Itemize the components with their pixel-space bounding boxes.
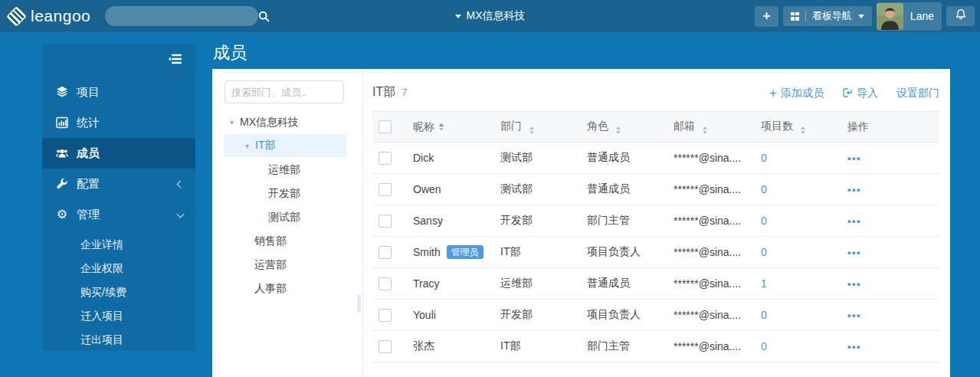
submenu-item-migrate-in[interactable]: 迁入项目 xyxy=(42,304,195,328)
sidebar-item-projects[interactable]: 项目 xyxy=(42,77,195,107)
notifications-button[interactable] xyxy=(946,6,975,26)
logo[interactable]: leangoo xyxy=(9,0,90,32)
member-project-count[interactable]: 1 xyxy=(754,277,841,290)
column-header-projects[interactable]: 项目数 xyxy=(754,120,841,134)
wrench-icon xyxy=(55,178,69,190)
submenu-item-company-details[interactable]: 企业详情 xyxy=(42,233,195,257)
caret-down-icon[interactable]: ▾ xyxy=(230,118,234,126)
sidebar-collapse-button[interactable] xyxy=(168,54,183,64)
grid-icon xyxy=(791,12,799,21)
row-checkbox[interactable] xyxy=(379,277,392,290)
caret-down-icon[interactable]: ▾ xyxy=(245,142,249,150)
member-project-count[interactable]: 0 xyxy=(754,246,841,258)
tree-node-label: 运维部 xyxy=(268,163,300,177)
tree-node-company[interactable]: ▾ MX信息科技 xyxy=(212,110,362,134)
submenu-item-purchase-renew[interactable]: 购买/续费 xyxy=(42,280,195,304)
sort-icon[interactable] xyxy=(703,126,707,134)
tree-search-input[interactable] xyxy=(225,80,344,103)
sidebar-item-label: 统计 xyxy=(77,116,100,130)
submenu-item-company-permissions[interactable]: 企业权限 xyxy=(42,257,195,280)
sort-icon[interactable] xyxy=(439,123,444,131)
group-name: IT部 xyxy=(372,84,395,100)
table-toolbar: IT部 7 + 添加成员 导入 xyxy=(372,69,939,111)
topbar: leangoo MX信息科技 + 看板导航 xyxy=(0,0,980,32)
row-actions-button[interactable]: ••• xyxy=(847,278,861,290)
member-project-count[interactable]: 0 xyxy=(754,309,841,321)
member-department: 开发部 xyxy=(493,308,580,322)
row-actions-button[interactable]: ••• xyxy=(847,215,861,227)
global-search-input[interactable] xyxy=(105,11,258,22)
caret-down-icon xyxy=(455,15,461,18)
row-actions-button[interactable]: ••• xyxy=(847,247,861,258)
member-name: Sansy xyxy=(413,215,443,227)
member-department: IT部 xyxy=(493,339,580,353)
board-nav-dropdown[interactable]: 看板导航 xyxy=(783,6,872,26)
layers-icon xyxy=(55,86,69,98)
sort-icon[interactable] xyxy=(529,126,534,134)
global-search[interactable] xyxy=(105,6,258,26)
tree-node-dev-dept[interactable]: 开发部 xyxy=(212,182,362,205)
tree-node-operation-dept[interactable]: 运营部 xyxy=(212,253,362,277)
member-role: 普通成员 xyxy=(580,277,667,290)
member-project-count[interactable]: 0 xyxy=(754,183,841,195)
topbar-right: + 看板导航 Lane xyxy=(755,0,975,32)
submenu-label: 迁入项目 xyxy=(80,310,123,323)
tree-scrollbar[interactable] xyxy=(357,294,361,313)
department-tree: ▾ MX信息科技 ▾ IT部 运维部 开发部 测试部 销售部 运营部 人事部 xyxy=(212,69,363,377)
sidebar-item-management[interactable]: ⚙ 管理 xyxy=(42,199,195,230)
user-menu[interactable]: Lane xyxy=(877,2,942,31)
row-checkbox[interactable] xyxy=(379,152,392,165)
column-label: 昵称 xyxy=(413,120,434,134)
column-header-department[interactable]: 部门 xyxy=(493,120,580,134)
table-row: Smith管理员 IT部 项目负责人 ******@sina.... 0 ••• xyxy=(372,237,939,268)
sort-icon[interactable] xyxy=(616,126,621,134)
member-role: 项目负责人 xyxy=(580,308,667,322)
submenu-label: 企业权限 xyxy=(80,262,123,276)
member-department: IT部 xyxy=(493,245,580,259)
member-project-count[interactable]: 0 xyxy=(754,152,841,164)
sidebar-item-configuration[interactable]: 配置 xyxy=(42,169,195,199)
import-button[interactable]: 导入 xyxy=(842,87,878,100)
members-table-area: IT部 7 + 添加成员 导入 xyxy=(363,69,950,377)
avatar xyxy=(877,3,903,30)
sidebar-item-label: 配置 xyxy=(77,177,100,192)
sidebar-item-statistics[interactable]: 统计 xyxy=(42,107,195,138)
search-icon[interactable] xyxy=(258,11,270,22)
sort-icon[interactable] xyxy=(801,126,805,134)
row-actions-button[interactable]: ••• xyxy=(847,184,861,195)
row-checkbox[interactable] xyxy=(379,183,392,196)
row-actions-button[interactable]: ••• xyxy=(847,152,861,164)
member-role: 项目负责人 xyxy=(580,245,667,259)
row-checkbox[interactable] xyxy=(379,215,392,228)
add-member-button[interactable]: + 添加成员 xyxy=(769,87,824,100)
member-email: ******@sina.... xyxy=(667,183,754,195)
submenu-item-migrate-out[interactable]: 迁出项目 xyxy=(42,328,195,352)
column-header-email[interactable]: 邮箱 xyxy=(667,120,754,134)
table-row: Tracy 运维部 普通成员 ******@sina.... 1 ••• xyxy=(372,268,939,300)
tree-node-hr-dept[interactable]: 人事部 xyxy=(212,277,362,300)
row-actions-button[interactable]: ••• xyxy=(847,341,861,352)
column-header-role[interactable]: 角色 xyxy=(580,120,667,134)
row-checkbox[interactable] xyxy=(379,309,392,322)
member-role: 部门主管 xyxy=(580,339,667,353)
sidebar-item-label: 项目 xyxy=(77,85,100,100)
set-department-button[interactable]: 设置部门 xyxy=(896,87,939,100)
tree-node-it-selected[interactable]: ▾ IT部 xyxy=(224,134,346,157)
select-all-checkbox[interactable] xyxy=(379,120,392,133)
org-selector[interactable]: MX信息科技 xyxy=(455,0,526,32)
tree-node-sales-dept[interactable]: 销售部 xyxy=(212,229,362,253)
row-checkbox[interactable] xyxy=(379,246,392,259)
member-project-count[interactable]: 0 xyxy=(754,340,841,352)
create-board-button[interactable]: + xyxy=(755,6,778,27)
member-department: 测试部 xyxy=(493,151,580,165)
column-header-nickname[interactable]: 昵称 xyxy=(406,120,493,134)
column-header-actions: 操作 xyxy=(841,120,939,134)
tree-node-test-dept[interactable]: 测试部 xyxy=(212,205,362,229)
row-checkbox[interactable] xyxy=(379,340,392,353)
sidebar-item-members[interactable]: 成员 xyxy=(42,138,195,169)
table-row: Dick 测试部 普通成员 ******@sina.... 0 ••• xyxy=(372,143,939,174)
member-name: 张杰 xyxy=(413,339,434,353)
row-actions-button[interactable]: ••• xyxy=(847,310,861,321)
member-project-count[interactable]: 0 xyxy=(754,215,841,227)
tree-node-ops-dept[interactable]: 运维部 xyxy=(212,158,362,182)
